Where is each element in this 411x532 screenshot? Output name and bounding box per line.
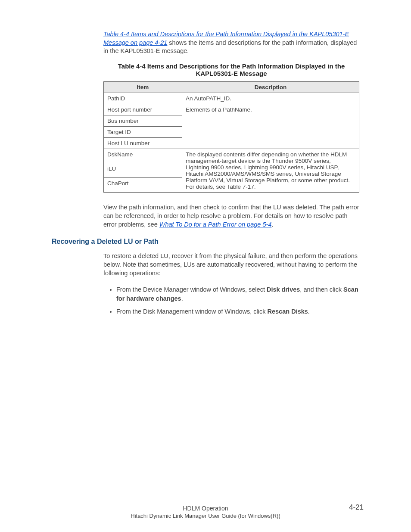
page-footer: HDLM Operation Hitachi Dynamic Link Mana… — [47, 502, 364, 519]
table-header-row: Item Description — [104, 81, 359, 93]
cell-desc: An AutoPATH_ID. — [182, 93, 359, 104]
text: . — [308, 308, 310, 315]
table-row: DskName The displayed contents differ de… — [104, 149, 359, 163]
table-row: PathID An AutoPATH_ID. — [104, 93, 359, 104]
cell-item: DskName — [104, 149, 182, 163]
cell-item: iLU — [104, 163, 182, 178]
document-page: Table 4-4 Items and Descriptions for the… — [0, 0, 411, 532]
footer-section-title: HDLM Operation — [183, 505, 228, 512]
cell-item: PathID — [104, 93, 182, 104]
cell-item: ChaPort — [104, 178, 182, 193]
after-table-paragraph: View the path information, and then chec… — [103, 203, 359, 229]
section-heading: Recovering a Deleted LU or Path — [52, 238, 359, 246]
path-error-link[interactable]: What To Do for a Path Error on page 5-4 — [159, 221, 272, 228]
table-row: Host port number Elements of a PathName. — [104, 104, 359, 115]
text: . — [181, 295, 183, 302]
path-info-table: Item Description PathID An AutoPATH_ID. … — [103, 81, 359, 193]
list-item: From the Disk Management window of Windo… — [116, 307, 359, 316]
cell-desc: Elements of a PathName. — [182, 104, 359, 149]
page-content: Table 4-4 Items and Descriptions for the… — [52, 30, 359, 502]
text: , and then click — [300, 286, 343, 293]
text: From the Disk Management window of Windo… — [116, 308, 268, 315]
intro-paragraph: Table 4-4 Items and Descriptions for the… — [103, 30, 359, 56]
cell-item: Bus number — [104, 115, 182, 126]
table-caption: Table 4-4 Items and Descriptions for the… — [103, 62, 359, 77]
text: From the Device Manager window of Window… — [116, 286, 267, 293]
bold-text: Rescan Disks — [268, 308, 308, 315]
bullet-list: From the Device Manager window of Window… — [103, 285, 359, 316]
footer-page-number: 4-21 — [349, 503, 364, 512]
cell-item: Host LU number — [104, 137, 182, 149]
col-header-description: Description — [182, 81, 359, 93]
cell-item: Target ID — [104, 126, 182, 137]
text: . — [271, 221, 273, 228]
col-header-item: Item — [104, 81, 182, 93]
cell-item: Host port number — [104, 104, 182, 115]
footer-book-title: Hitachi Dynamic Link Manager User Guide … — [131, 513, 280, 519]
cell-desc: The displayed contents differ depending … — [182, 149, 359, 192]
list-item: From the Device Manager window of Window… — [116, 285, 359, 303]
section-paragraph: To restore a deleted LU, recover it from… — [103, 252, 359, 278]
bold-text: Disk drives — [267, 286, 300, 293]
